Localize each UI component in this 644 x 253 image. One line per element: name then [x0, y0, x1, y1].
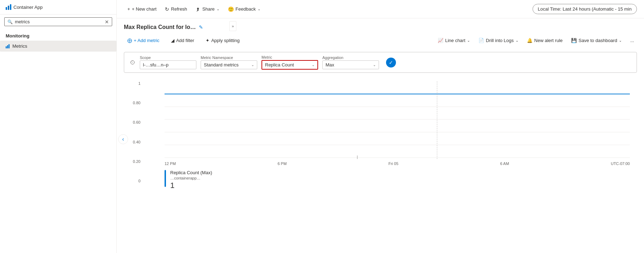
apply-splitting-label: Apply splitting [211, 38, 240, 43]
refresh-icon: ↻ [165, 6, 169, 12]
chart-legend: Replica Count (Max) …containerapp… 1 [165, 170, 630, 190]
feedback-chevron-icon: ⌄ [258, 7, 260, 11]
metric-selector-icon: ⏲ [130, 59, 136, 66]
scope-field[interactable] [143, 62, 185, 67]
metric-toolbar: ⨁ + Add metric ◢ Add filter ✦ Apply spli… [124, 36, 637, 45]
save-to-dashboard-label: Save to dashboard [579, 38, 617, 43]
alert-icon: 🔔 [527, 38, 533, 43]
drill-into-logs-button[interactable]: 📄 Drill into Logs ⌄ [476, 36, 521, 45]
chart-title: Max Replica Count for lo… [124, 24, 196, 30]
line-chart-icon: 📈 [438, 38, 443, 43]
add-metric-icon: ⨁ [127, 38, 132, 43]
legend-text: Replica Count (Max) …containerapp… 1 [170, 170, 212, 190]
app-name: Container App [13, 5, 42, 10]
refresh-button[interactable]: ↻ Refresh [161, 5, 191, 14]
legend-value: 1 [170, 181, 212, 190]
sidebar-header: Container App [0, 0, 116, 14]
new-alert-rule-label: New alert rule [534, 38, 563, 43]
selector-confirm-button[interactable]: ✓ [386, 58, 396, 67]
main-content: + + New chart ↻ Refresh ⮭ Share ⌄ 🙂 Feed… [117, 0, 644, 253]
line-chart-button[interactable]: 📈 Line chart ⌄ [435, 36, 473, 45]
share-button[interactable]: ⮭ Share ⌄ [192, 5, 223, 14]
legend-color-bar [165, 170, 166, 187]
drill-icon: 📄 [478, 38, 484, 43]
y-label-1: 1 [138, 81, 140, 86]
search-clear-icon[interactable]: ✕ [105, 19, 109, 24]
feedback-button[interactable]: 🙂 Feedback ⌄ [224, 5, 264, 14]
time-range-button[interactable]: Local Time: Last 24 hours (Automatic - 1… [533, 4, 637, 14]
add-filter-button[interactable]: ◢ Add filter [167, 36, 198, 45]
feedback-icon: 🙂 [228, 6, 234, 12]
sidebar-item-metrics[interactable]: Metrics [0, 41, 116, 52]
y-label-3: 0.60 [133, 120, 140, 124]
namespace-chevron-icon: ⌄ [251, 63, 254, 67]
drill-into-logs-label: Drill into Logs [486, 38, 514, 43]
metric-chevron-icon: ⌄ [312, 63, 315, 67]
y-label-2: 0.80 [133, 101, 140, 105]
legend-subtitle: …containerapp… [170, 176, 212, 180]
add-metric-label: + Add metric [134, 38, 160, 43]
metric-group: Metric Replica Count ⌄ [261, 55, 318, 70]
namespace-label: Metric Namespace [201, 55, 257, 60]
share-label: Share [202, 6, 215, 12]
aggregation-group: Aggregation Max ⌄ [322, 55, 379, 69]
share-chevron-icon: ⌄ [217, 7, 219, 11]
new-alert-rule-button[interactable]: 🔔 New alert rule [524, 36, 565, 45]
metrics-icon [6, 44, 10, 48]
time-range-label: Local Time: Last 24 hours (Automatic - 1… [538, 6, 632, 12]
share-icon: ⮭ [196, 6, 201, 12]
drill-chevron-icon: ⌄ [516, 39, 518, 42]
app-logo: Container App [6, 4, 42, 10]
aggregation-label: Aggregation [322, 55, 379, 60]
add-filter-label: Add filter [176, 38, 194, 43]
search-input[interactable] [15, 19, 103, 24]
aggregation-chevron-icon: ⌄ [373, 63, 376, 67]
scope-input[interactable] [140, 60, 196, 69]
new-chart-button[interactable]: + + New chart [124, 5, 160, 13]
legend-title: Replica Count (Max) [170, 170, 212, 175]
feedback-label: Feedback [236, 6, 256, 12]
search-box[interactable]: 🔍 ✕ [4, 17, 112, 26]
x-label-12pm: 12 PM [165, 161, 176, 166]
logo-icon [6, 4, 11, 10]
metric-toolbar-right: 📈 Line chart ⌄ 📄 Drill into Logs ⌄ 🔔 New… [435, 36, 637, 45]
chart-area: ‹ 1 0.80 0.60 0.40 0.20 0 [124, 81, 637, 197]
sidebar-collapse-button[interactable]: » [229, 21, 236, 31]
metric-value: Replica Count [265, 62, 310, 67]
chart-title-row: Max Replica Count for lo… ✎ [124, 24, 637, 30]
refresh-label: Refresh [171, 6, 187, 12]
new-chart-icon: + [127, 6, 130, 12]
save-chevron-icon: ⌄ [619, 39, 622, 42]
scope-label: Scope [140, 55, 196, 60]
aggregation-value: Max [326, 62, 371, 67]
y-label-4: 0.40 [133, 140, 140, 144]
line-chart-label: Line chart [445, 38, 465, 43]
chart-y-axis: 1 0.80 0.60 0.40 0.20 0 [124, 81, 143, 183]
aggregation-dropdown[interactable]: Max ⌄ [322, 60, 379, 69]
save-to-dashboard-button[interactable]: 💾 Save to dashboard ⌄ [568, 36, 625, 45]
chart-svg [165, 81, 630, 159]
chart-container: Max Replica Count for lo… ✎ ⨁ + Add metr… [117, 18, 644, 253]
line-chart-chevron-icon: ⌄ [467, 39, 470, 42]
namespace-dropdown[interactable]: Standard metrics ⌄ [201, 60, 257, 69]
metric-label: Metric [261, 55, 318, 59]
metric-dropdown[interactable]: Replica Count ⌄ [261, 60, 318, 70]
edit-title-icon[interactable]: ✎ [199, 24, 203, 30]
apply-splitting-icon: ✦ [206, 38, 209, 43]
add-metric-button[interactable]: ⨁ + Add metric [124, 36, 163, 45]
save-icon: 💾 [571, 38, 577, 43]
more-icon: ... [630, 38, 634, 43]
namespace-group: Metric Namespace Standard metrics ⌄ [201, 55, 257, 69]
scope-group: Scope [140, 55, 196, 69]
y-label-5: 0.20 [133, 159, 140, 164]
x-label-6am: 6 AM [500, 161, 509, 166]
apply-splitting-button[interactable]: ✦ Apply splitting [202, 36, 243, 45]
more-options-button[interactable]: ... [627, 36, 637, 45]
x-label-utc: UTC-07:00 [611, 161, 630, 166]
x-label-fri05: Fri 05 [389, 161, 398, 166]
sidebar-section-title: Monitoring [0, 29, 116, 41]
metric-selector-row: ⏲ Scope Metric Namespace Standard metric… [124, 52, 637, 73]
toolbar: + + New chart ↻ Refresh ⮭ Share ⌄ 🙂 Feed… [117, 0, 644, 18]
sidebar-item-label-metrics: Metrics [12, 43, 27, 49]
chart-svg-container: 12 PM 6 PM Fri 05 6 AM UTC-07:00 [165, 81, 630, 166]
